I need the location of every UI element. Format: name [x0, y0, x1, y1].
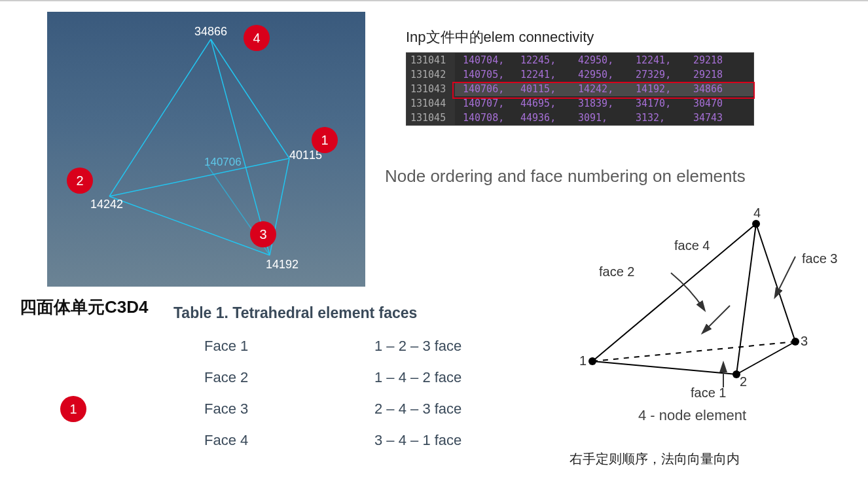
- code-cell: 42950,: [578, 53, 636, 67]
- svg-line-4: [109, 158, 289, 196]
- lone-badge: 1: [60, 396, 86, 422]
- elem-id-label: 140706: [204, 156, 242, 168]
- table-row: Face 43 – 4 – 1 face: [204, 425, 545, 456]
- code-cell: 3091,: [578, 111, 636, 125]
- node-badge-1: 1: [312, 127, 338, 153]
- code-cell: 34170,: [636, 96, 693, 111]
- diagram-caption: 4 - node element: [638, 407, 746, 424]
- code-cell: 44936,: [520, 111, 578, 125]
- code-cell: 12241,: [520, 67, 578, 82]
- svg-line-15: [756, 224, 795, 342]
- node-badge-3: 3: [250, 221, 276, 247]
- code-cell: 12241,: [636, 53, 693, 67]
- code-cell: 14192,: [636, 82, 693, 96]
- connectivity-label: Inp文件中的elem connectivity: [406, 27, 594, 47]
- node-label-4: 34866: [194, 25, 227, 38]
- svg-text:face 2: face 2: [599, 264, 634, 279]
- right-hand-rule-note: 右手定则顺序，法向向量向内: [570, 450, 740, 468]
- code-cell: 40115,: [520, 82, 578, 96]
- table-row: 131042140705,12241,42950,27329,29218: [407, 67, 753, 82]
- svg-line-3: [109, 39, 211, 196]
- code-cell: 34743: [693, 111, 751, 125]
- code-cell: 140706,: [463, 82, 520, 96]
- line-number: 131043: [407, 82, 455, 96]
- line-number: 131045: [407, 111, 455, 125]
- svg-text:face 1: face 1: [691, 385, 726, 400]
- code-cell: 140708,: [463, 111, 520, 125]
- code-cell: 31839,: [578, 96, 636, 111]
- code-cell: 29218: [693, 67, 751, 82]
- svg-text:face 4: face 4: [674, 238, 710, 253]
- code-cell: 29218: [693, 53, 751, 67]
- node-badge-4: 4: [244, 25, 270, 51]
- svg-line-0: [211, 39, 289, 158]
- svg-text:4: 4: [753, 205, 761, 220]
- line-number: 131044: [407, 96, 455, 111]
- code-cell: 44695,: [520, 96, 578, 111]
- four-node-diagram: 1 2 3 4 face 1 face 2 face 3 face 4 4 - …: [560, 198, 861, 440]
- svg-text:3: 3: [801, 334, 808, 348]
- caption-cn: 四面体单元C3D4: [20, 296, 148, 319]
- connectivity-table: 131041140704,12245,42950,12241,292181310…: [406, 52, 754, 126]
- table-row: Face 21 – 4 – 2 face: [204, 362, 545, 393]
- node-badge-2: 2: [67, 168, 93, 194]
- table-row: 131045140708,44936,3091,3132,34743: [407, 111, 753, 125]
- table-row: 131041140704,12245,42950,12241,29218: [407, 53, 753, 67]
- code-cell: 34866: [693, 82, 751, 96]
- code-cell: 140707,: [463, 96, 520, 111]
- face-table: Face 11 – 2 – 3 face Face 21 – 4 – 2 fac…: [204, 330, 545, 456]
- code-cell: 3132,: [636, 111, 693, 125]
- code-cell: 30470: [693, 96, 751, 111]
- svg-text:2: 2: [740, 374, 747, 389]
- code-cell: 27329,: [636, 67, 693, 82]
- code-cell: 140705,: [463, 67, 520, 82]
- svg-line-14: [736, 224, 756, 374]
- code-cell: 140704,: [463, 53, 520, 67]
- svg-text:1: 1: [579, 353, 587, 368]
- table-row: Face 32 – 4 – 3 face: [204, 393, 545, 425]
- top-border: [0, 0, 868, 1]
- svg-line-2: [109, 196, 270, 255]
- table-row: 131044140707,44695,31839,34170,30470: [407, 96, 753, 111]
- svg-line-12: [736, 342, 795, 374]
- face-table-title: Table 1. Tetrahedral element faces: [173, 304, 417, 322]
- svg-text:face 3: face 3: [802, 251, 837, 266]
- svg-line-11: [592, 361, 736, 374]
- code-cell: 14242,: [578, 82, 636, 96]
- line-number: 131041: [407, 53, 455, 67]
- table-row: Face 11 – 2 – 3 face: [204, 330, 545, 362]
- table-row: 131043140706,40115,14242,14192,34866: [407, 82, 753, 96]
- node-label-2: 14242: [90, 198, 123, 211]
- node-label-3: 14192: [266, 258, 298, 271]
- section-heading: Node ordering and face numbering on elem…: [385, 166, 746, 187]
- tetra-viewport: 140706 34866 40115 14192 14242 4 1 2 3: [47, 12, 365, 287]
- code-cell: 42950,: [578, 67, 636, 82]
- line-number: 131042: [407, 67, 455, 82]
- code-cell: 12245,: [520, 53, 578, 67]
